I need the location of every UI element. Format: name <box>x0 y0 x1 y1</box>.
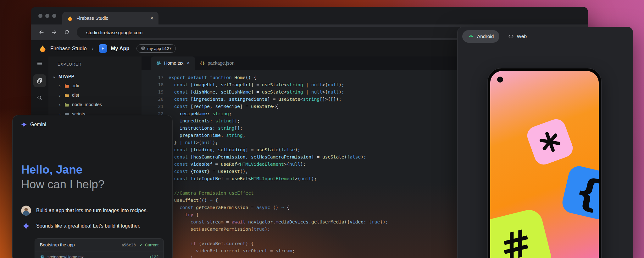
firebase-favicon-icon <box>67 15 73 21</box>
search-icon <box>36 95 43 101</box>
close-icon[interactable]: × <box>187 61 190 66</box>
check-icon: ✓ <box>140 243 143 247</box>
tree-item-label: .idx <box>72 83 79 88</box>
folder-icon <box>64 93 69 98</box>
tree-item-myapp[interactable]: ⌄ MYAPP <box>48 72 142 81</box>
pink-asterisk-tile <box>525 116 575 167</box>
status-text: Current <box>145 243 158 247</box>
firebase-logo-icon <box>39 45 47 52</box>
tree-item-dist[interactable]: › dist <box>48 90 142 100</box>
editor-tab-label: Home.tsx <box>164 61 183 66</box>
folder-icon <box>64 102 69 107</box>
tab-close-icon[interactable]: × <box>150 15 153 21</box>
tree-item-label: dist <box>72 93 79 98</box>
asterisk-icon <box>535 126 565 157</box>
tree-item-node-modules[interactable]: › node_modules <box>48 100 142 109</box>
back-button[interactable] <box>36 27 47 38</box>
url-text: studio.firebase.google.com <box>86 30 142 35</box>
task-card-header: Bootstrap the app a56c23 ✓ Current <box>35 239 164 251</box>
phone-mockup: { # <box>487 68 602 258</box>
chevron-right-icon: › <box>58 102 62 107</box>
tree-item-idx[interactable]: › .idx <box>48 81 142 90</box>
chevron-right-icon: › <box>58 83 62 89</box>
file-path: src/pages/Home.tsx <box>47 255 84 258</box>
gemini-sparkle-icon <box>21 222 31 230</box>
chat-message-text: Build an app that lets me turn images in… <box>36 208 148 213</box>
web-toggle-label: Web <box>517 34 527 39</box>
forward-arrow-icon <box>51 29 57 35</box>
avatar-photo <box>21 206 31 216</box>
search-button[interactable] <box>33 92 46 104</box>
forward-button[interactable] <box>48 27 60 38</box>
app-id-text: my-app-5127 <box>147 46 172 51</box>
editor-tab-package[interactable]: {} package.json <box>195 56 240 70</box>
device-preview-panel: Android Web { # <box>457 27 633 258</box>
explorer-title: EXPLORER <box>48 62 142 67</box>
react-icon <box>156 61 161 66</box>
files-icon <box>36 78 43 84</box>
app-icon[interactable] <box>99 44 107 53</box>
android-toggle[interactable]: Android <box>462 30 499 43</box>
react-icon <box>40 255 45 258</box>
camera-hole <box>497 77 503 83</box>
gemini-panel: Gemini Hello, Jane How can I help? Build… <box>12 115 173 258</box>
chat-message-text: Sounds like a great idea! Let's build it… <box>36 223 140 229</box>
preview-target-toggles: Android Web <box>462 30 532 43</box>
back-arrow-icon <box>38 29 45 35</box>
menu-button[interactable] <box>33 57 46 70</box>
browser-tab-title: Firebase Studio <box>76 16 108 21</box>
editor-tab-home[interactable]: Home.tsx × <box>151 56 195 70</box>
status-badge: ✓ Current <box>140 243 158 247</box>
greeting-question: How can I help? <box>21 177 104 192</box>
window-controls <box>38 14 56 18</box>
gemini-header: Gemini <box>21 121 46 128</box>
gemini-greeting: Hello, Jane How can I help? <box>21 162 104 192</box>
chevron-right-icon: › <box>58 93 62 98</box>
folder-icon <box>64 83 69 89</box>
chat-message-user: Build an app that lets me turn images in… <box>21 206 165 216</box>
brand-title: Firebase Studio <box>50 46 87 51</box>
hash-glyph: # <box>496 220 536 258</box>
commit-hash: a56c23 <box>122 243 136 247</box>
refresh-icon <box>64 30 70 35</box>
android-toggle-label: Android <box>477 34 494 39</box>
app-name: My App <box>111 46 130 51</box>
json-braces-icon: {} <box>200 61 205 66</box>
task-card-file-row[interactable]: src/pages/Home.tsx +122 <box>35 251 164 258</box>
window-control-dot[interactable] <box>38 14 42 18</box>
tree-root-label: MYAPP <box>58 74 74 79</box>
web-toggle[interactable]: Web <box>502 30 532 43</box>
refresh-button[interactable] <box>61 27 72 38</box>
green-hash-tile: # <box>490 207 554 258</box>
browser-tab[interactable]: Firebase Studio × <box>62 12 158 24</box>
window-control-dot[interactable] <box>45 14 49 18</box>
app-id-badge[interactable]: my-app-5127 <box>136 44 176 53</box>
chevron-down-icon: ⌄ <box>52 73 56 79</box>
bolt-icon <box>101 46 105 51</box>
phone-screen: { # <box>490 71 599 258</box>
window-control-dot[interactable] <box>52 14 56 18</box>
explorer-button[interactable] <box>33 74 46 87</box>
breadcrumb-separator: › <box>92 45 94 52</box>
android-icon <box>468 33 474 40</box>
diff-added-count: +122 <box>149 255 158 258</box>
desktop-background: Firebase Studio × studio.firebase.google… <box>0 0 644 258</box>
tree-item-label: node_modules <box>72 102 102 107</box>
user-avatar <box>21 206 31 216</box>
globe-icon <box>141 46 145 51</box>
greeting-name: Hello, Jane <box>21 162 104 177</box>
chat-message-gemini: Sounds like a great idea! Let's build it… <box>21 222 165 230</box>
hamburger-icon <box>36 60 43 67</box>
file-tree: ⌄ MYAPP › .idx › dist › <box>48 72 142 119</box>
brace-glyph: { <box>571 169 599 217</box>
gemini-title: Gemini <box>30 122 46 127</box>
task-card[interactable]: Bootstrap the app a56c23 ✓ Current src/p… <box>35 238 164 258</box>
code-brackets-icon <box>508 34 514 39</box>
gemini-sparkle-icon <box>21 121 27 128</box>
task-title: Bootstrap the app <box>40 242 118 247</box>
browser-titlebar: Firebase Studio × <box>31 7 588 24</box>
blue-brace-tile: { <box>560 164 599 221</box>
gemini-sparkle-icon <box>22 222 30 230</box>
editor-tab-label: package.json <box>208 61 234 66</box>
